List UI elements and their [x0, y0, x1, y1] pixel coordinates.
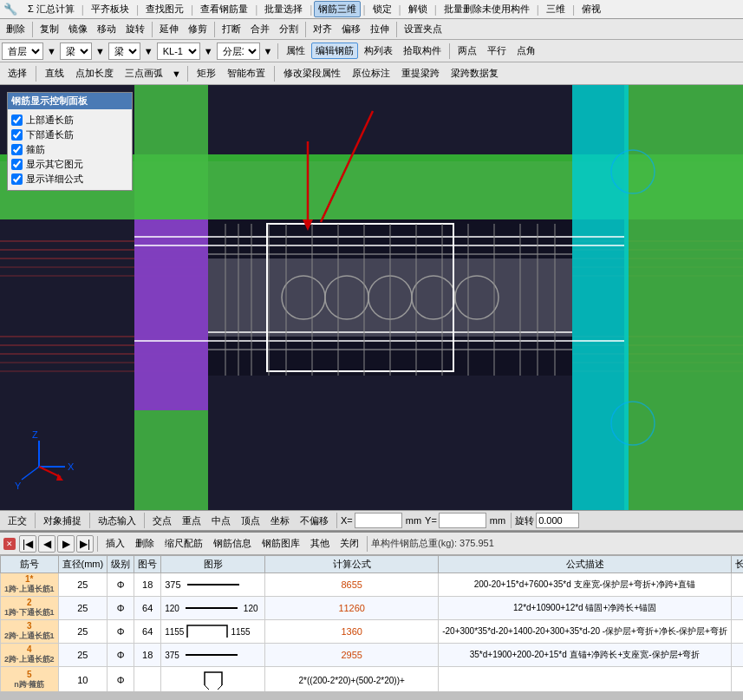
btn-offset[interactable]: 偏移: [337, 21, 365, 37]
btn-close-table[interactable]: 关闭: [336, 535, 363, 552]
btn-select[interactable]: 选择: [3, 65, 31, 82]
btn-mirror[interactable]: 镜像: [64, 21, 92, 37]
rebar-table-container[interactable]: 筋号 直径(mm) 级别 图号 图形 计算公式 公式描述 长度(mm) 根 1*…: [0, 555, 743, 691]
btn-scale-rebar[interactable]: 缩尺配筋: [160, 535, 207, 552]
btn-del-row[interactable]: 删除: [131, 535, 159, 552]
btn-other[interactable]: 其他: [306, 535, 334, 552]
btn-move[interactable]: 移动: [93, 21, 121, 37]
btn-nooffset[interactable]: 不偏移: [296, 513, 333, 529]
btn-edit-rebar[interactable]: 编辑钢筋: [311, 43, 358, 59]
arrow1: ▼: [45, 46, 58, 56]
btn-align[interactable]: 对齐: [309, 21, 336, 37]
btn-delete[interactable]: 删除: [2, 21, 29, 37]
table-row[interactable]: 5 n跨·箍筋 10 Φ 2*((200-2*20)+(50: [1, 667, 744, 692]
btn-angle[interactable]: 点角: [512, 43, 540, 59]
st-sep2: [89, 513, 90, 528]
menu-lock[interactable]: 锁定: [368, 2, 397, 16]
btn-twopoint[interactable]: 两点: [453, 43, 481, 59]
menu-sum[interactable]: Σ 汇总计算: [23, 2, 80, 16]
cell-grade-3: Φ: [108, 620, 134, 644]
btn-merge[interactable]: 合并: [246, 21, 274, 37]
rotate-input[interactable]: [536, 513, 579, 528]
menu-unlock[interactable]: 解锁: [403, 2, 433, 16]
btn-span-data[interactable]: 梁跨数据复: [446, 65, 503, 82]
btn-list[interactable]: 构列表: [360, 43, 397, 59]
cb-bot-long-input[interactable]: [11, 129, 23, 141]
cb-top-long[interactable]: 上部通长筋: [11, 113, 128, 128]
btn-coord[interactable]: 坐标: [266, 513, 294, 529]
element-name-select[interactable]: 梁: [108, 43, 140, 60]
table-row[interactable]: 2 1跨·下通长筋1 25 Φ 64 120 120 11260: [1, 597, 744, 620]
cb-bot-long[interactable]: 下部通长筋: [11, 128, 128, 142]
cb-top-long-label: 上部通长筋: [26, 114, 74, 127]
y-input[interactable]: [439, 513, 486, 528]
cb-top-long-input[interactable]: [11, 114, 23, 126]
cb-stirrup-input[interactable]: [11, 144, 23, 155]
btn-property[interactable]: 属性: [282, 43, 310, 59]
btn-endpoint[interactable]: 重点: [178, 513, 205, 529]
cb-stirrup[interactable]: 箍筋: [11, 142, 128, 157]
element-type-select[interactable]: 梁: [60, 43, 92, 60]
btn-modify-beam[interactable]: 修改梁段属性: [279, 65, 345, 82]
btn-copy[interactable]: 复制: [36, 21, 63, 37]
btn-rotate[interactable]: 旋转: [121, 21, 149, 37]
canvas-area[interactable]: X Z Y 钢筋显示控制面板 上部通长筋: [0, 85, 743, 510]
btn-ortho[interactable]: 正交: [3, 513, 31, 529]
btn-3arc[interactable]: 三点画弧: [121, 65, 167, 82]
cb-other[interactable]: 显示其它图元: [11, 157, 128, 172]
btn-rebar-lib[interactable]: 钢筋图库: [257, 535, 304, 552]
menu-rebar3d[interactable]: 钢筋三维: [314, 1, 361, 17]
btn-grip[interactable]: 设置夹点: [400, 21, 446, 37]
svg-rect-15: [624, 85, 743, 510]
btn-smart[interactable]: 智能布置: [223, 65, 270, 82]
btn-snap[interactable]: 对象捕捉: [39, 513, 86, 529]
sep3: |: [191, 3, 193, 16]
layer-select[interactable]: 首层: [2, 43, 43, 60]
btn-toppoint[interactable]: 顶点: [237, 513, 264, 529]
nav-prev[interactable]: ◀: [38, 535, 55, 553]
menu-level[interactable]: 平齐板块: [86, 2, 134, 16]
btn-split[interactable]: 分割: [275, 21, 303, 37]
menu-qty[interactable]: 查看钢筋量: [195, 2, 253, 16]
cb-detail[interactable]: 显示详细公式: [11, 172, 128, 186]
nav-play[interactable]: ▶: [57, 535, 75, 553]
btn-rect[interactable]: 矩形: [192, 65, 220, 82]
table-row[interactable]: 4 2跨·上通长筋2 25 Φ 18 375 2955: [1, 644, 744, 667]
table-row[interactable]: 3 2跨·上通长筋1 25 Φ 64 1155 1155: [1, 620, 744, 644]
btn-break[interactable]: 打断: [218, 21, 245, 37]
cb-other-input[interactable]: [11, 159, 23, 170]
btn-extend[interactable]: 延伸: [155, 21, 183, 37]
t1-sep2: [152, 22, 153, 37]
btn-midpoint[interactable]: 中点: [207, 513, 235, 529]
menu-find[interactable]: 查找图元: [140, 2, 189, 16]
menu-3d[interactable]: 三维: [541, 2, 570, 16]
cb-detail-input[interactable]: [11, 173, 23, 185]
table-row[interactable]: 1* 1跨·上通长筋1 25 Φ 18 375 8655: [1, 573, 744, 597]
btn-dynamic-input[interactable]: 动态输入: [94, 513, 140, 529]
menu-batch[interactable]: 批量选择: [259, 2, 308, 16]
btn-add-len[interactable]: 点加长度: [71, 65, 118, 82]
nav-first[interactable]: |◀: [19, 535, 36, 553]
btn-line[interactable]: 直线: [41, 65, 68, 82]
btn-pick[interactable]: 拾取构件: [399, 43, 446, 59]
t1-sep1: [32, 22, 33, 37]
st-sep3: [144, 513, 145, 528]
btn-stretch[interactable]: 拉伸: [366, 21, 394, 37]
menu-delete-unused[interactable]: 批量删除未使用构件: [439, 2, 535, 16]
btn-intersect[interactable]: 交点: [148, 513, 176, 529]
th-fignum: 图号: [134, 556, 161, 573]
menu-top[interactable]: 俯视: [577, 2, 606, 16]
sublayer-select[interactable]: 分层1: [217, 43, 260, 60]
btn-re-span[interactable]: 重提梁跨: [397, 65, 444, 82]
btn-insert[interactable]: 插入: [101, 535, 129, 552]
cell-desc-2: 12*d+10900+12*d 锚固+净跨长+锚固: [439, 597, 732, 620]
btn-orig-mark[interactable]: 原位标注: [348, 65, 394, 82]
kl-select[interactable]: KL-1: [157, 43, 200, 60]
btn-rebar-info[interactable]: 钢筋信息: [209, 535, 256, 552]
cell-shape-5: [161, 667, 265, 692]
btn-parallel[interactable]: 平行: [483, 43, 511, 59]
close-panel-btn[interactable]: ✕: [3, 538, 16, 550]
nav-next[interactable]: ▶|: [76, 535, 94, 553]
x-input[interactable]: [355, 513, 402, 528]
btn-trim[interactable]: 修剪: [184, 21, 212, 37]
